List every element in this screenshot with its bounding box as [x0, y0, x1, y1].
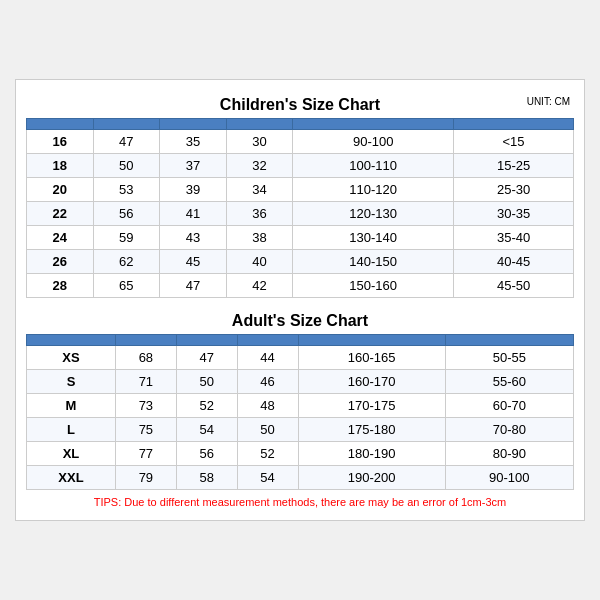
adults-size-table: XS684744160-16550-55S715046160-17055-60M… [26, 334, 574, 490]
table-row: 1647353090-100<15 [27, 130, 574, 154]
adults-col-pantlength [237, 335, 298, 346]
adults-col-weight [445, 335, 573, 346]
adults-title-text: Adult's Size Chart [232, 312, 368, 329]
table-row: S715046160-17055-60 [27, 370, 574, 394]
children-col-weight [454, 119, 574, 130]
adults-col-height [298, 335, 445, 346]
table-row: XL775652180-19080-90 [27, 442, 574, 466]
children-col-bustw [160, 119, 227, 130]
table-row: 26624540140-15040-45 [27, 250, 574, 274]
adults-col-bustw [176, 335, 237, 346]
children-col-size [27, 119, 94, 130]
adults-section-title: Adult's Size Chart [26, 306, 574, 334]
table-row: 20533934110-12025-30 [27, 178, 574, 202]
table-row: 24594338130-14035-40 [27, 226, 574, 250]
table-row: 28654742150-16045-50 [27, 274, 574, 298]
children-header-row [27, 119, 574, 130]
children-col-pantlength [226, 119, 293, 130]
children-col-toplength [93, 119, 160, 130]
children-title-text: Children's Size Chart [220, 96, 380, 113]
unit-label: UNIT: CM [527, 96, 570, 107]
chart-container: Children's Size Chart UNIT: CM 164735309… [15, 79, 585, 521]
tips-text: TIPS: Due to different measurement metho… [26, 490, 574, 510]
adults-col-size [27, 335, 116, 346]
adults-header-row [27, 335, 574, 346]
children-col-height [293, 119, 454, 130]
table-row: XS684744160-16550-55 [27, 346, 574, 370]
adults-col-toplength [115, 335, 176, 346]
children-size-table: 1647353090-100<1518503732100-11015-25205… [26, 118, 574, 298]
table-row: 22564136120-13030-35 [27, 202, 574, 226]
children-section-title: Children's Size Chart UNIT: CM [26, 90, 574, 118]
table-row: 18503732100-11015-25 [27, 154, 574, 178]
table-row: M735248170-17560-70 [27, 394, 574, 418]
table-row: XXL795854190-20090-100 [27, 466, 574, 490]
table-row: L755450175-18070-80 [27, 418, 574, 442]
